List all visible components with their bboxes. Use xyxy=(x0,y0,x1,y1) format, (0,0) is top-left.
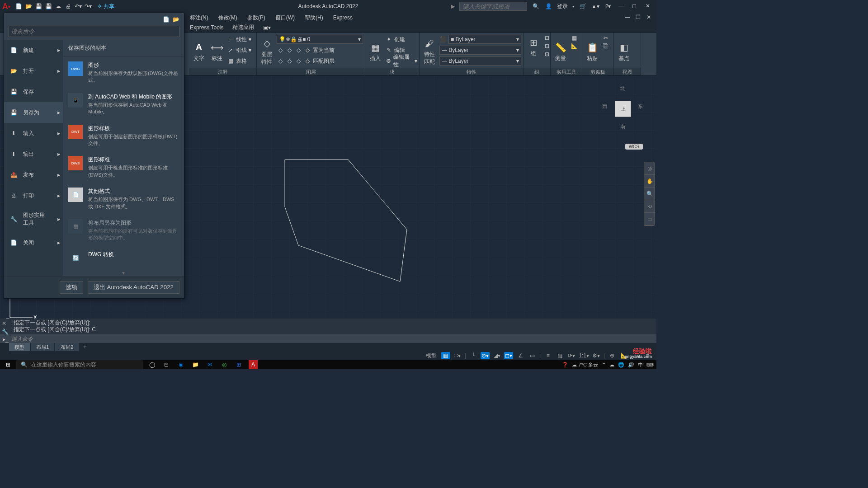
panel-block[interactable]: 块 xyxy=(365,68,419,75)
options-button[interactable]: 选项 xyxy=(60,281,83,294)
panel-properties[interactable]: 特性 xyxy=(420,68,523,75)
minimize-button[interactable]: — xyxy=(618,3,626,10)
tray-ime[interactable]: 中 xyxy=(638,361,643,368)
menu-print[interactable]: 🖨打印▶ xyxy=(4,185,63,206)
wcs-badge[interactable]: WCS xyxy=(625,144,643,150)
menu-import[interactable]: ⬇输入▶ xyxy=(4,123,63,144)
status-iso-icon[interactable]: ◢▾ xyxy=(492,352,501,359)
menu-help[interactable]: 帮助(H) xyxy=(305,14,323,22)
layer-tool-icon[interactable]: ◇ xyxy=(304,57,311,65)
tab-express-tools[interactable]: Express Tools xyxy=(190,24,223,31)
status-3dosnap-icon[interactable]: ∠ xyxy=(516,352,525,359)
block-create-button[interactable]: ✦创建 xyxy=(385,34,417,44)
util-icon[interactable]: ▦ xyxy=(571,34,578,42)
tab-model[interactable]: 模型 xyxy=(9,343,30,352)
tray-volume-icon[interactable]: 🔊 xyxy=(628,362,634,368)
panel-utilities[interactable]: 实用工具 xyxy=(551,68,582,75)
viewcube[interactable]: 北 西 东 南 上 xyxy=(602,85,643,139)
status-cycle-icon[interactable]: ⟳▾ xyxy=(567,352,576,359)
autodesk-icon[interactable]: ▲▾ xyxy=(591,2,599,10)
menu-window[interactable]: 窗口(W) xyxy=(275,14,295,22)
layer-tool-icon[interactable]: ◇ xyxy=(277,47,284,54)
menu-dimension[interactable]: 标注(N) xyxy=(190,14,208,22)
tab-layout1[interactable]: 布局1 xyxy=(31,343,54,352)
match-layer-button[interactable]: 匹配图层 xyxy=(313,57,335,65)
status-model[interactable]: 模型 xyxy=(424,352,439,359)
group-tool-icon[interactable]: ⊡ xyxy=(543,34,551,42)
cmd-close-icon[interactable]: ✕ xyxy=(2,320,9,327)
menu-modify[interactable]: 修改(M) xyxy=(218,14,237,22)
panel-clipboard[interactable]: 剪贴板 xyxy=(582,68,613,75)
doc-close-button[interactable]: ✕ xyxy=(646,14,654,21)
nav-show-icon[interactable]: ▭ xyxy=(644,213,655,225)
new-icon[interactable]: 📄 xyxy=(14,2,23,10)
cmd-input[interactable]: 键入命令 xyxy=(11,335,654,343)
share-link[interactable]: ✈ 共享 xyxy=(98,3,114,10)
leader-button[interactable]: ↗引线 ▾ xyxy=(227,45,251,55)
tab-add-button[interactable]: + xyxy=(80,343,90,351)
layer-dropdown[interactable]: 💡❄🔒🖨■ 0▾ xyxy=(277,35,363,44)
doc-restore-button[interactable]: ❐ xyxy=(636,14,643,21)
menu-search-input[interactable] xyxy=(9,26,179,37)
cmd-settings-icon[interactable]: 🔧 xyxy=(2,328,9,335)
measure-button[interactable]: 📏测量 xyxy=(552,34,569,68)
nav-pan-icon[interactable]: ✋ xyxy=(644,175,655,188)
undo-icon[interactable]: ↶▾ xyxy=(74,2,82,10)
start-button[interactable]: ⊞ xyxy=(0,360,16,369)
help-search-input[interactable] xyxy=(459,2,527,11)
status-osnap-icon[interactable]: ◻▾ xyxy=(504,352,513,359)
copy-icon[interactable]: ⿻ xyxy=(602,42,609,50)
insert-button[interactable]: ▦插入 xyxy=(367,34,383,68)
layer-tool-icon[interactable]: ◇ xyxy=(295,47,302,54)
tray-chevron-icon[interactable]: ⌃ xyxy=(602,362,606,368)
app-icon[interactable]: ◎ xyxy=(220,360,229,369)
status-scale[interactable]: 1:1 ▾ xyxy=(579,352,589,359)
status-lineweight-icon[interactable]: ≡ xyxy=(543,352,552,359)
set-current-button[interactable]: 置为当前 xyxy=(313,47,335,54)
status-ortho-icon[interactable]: └ xyxy=(469,352,478,359)
layer-tool-icon[interactable]: ◇ xyxy=(295,57,302,65)
taskbar-search[interactable]: 🔍 在这里输入你要搜索的内容 xyxy=(16,360,143,369)
match-props-button[interactable]: 🖌特性 匹配 xyxy=(421,34,438,68)
util-icon[interactable]: 📐 xyxy=(571,42,578,50)
tray-network-icon[interactable]: 🌐 xyxy=(618,362,624,368)
menu-save[interactable]: 💾保存 xyxy=(4,81,63,102)
maximize-button[interactable]: ◻ xyxy=(632,3,639,10)
mail-icon[interactable]: ✉ xyxy=(205,360,214,369)
group-button[interactable]: ⊞组 xyxy=(525,34,542,58)
submenu-convert[interactable]: 🔄 DWG 转换 xyxy=(63,246,184,270)
nav-orbit-icon[interactable]: ⟲ xyxy=(644,200,655,213)
tab-featured-apps[interactable]: 精选应用 xyxy=(232,23,254,31)
nav-wheel-icon[interactable]: ◎ xyxy=(644,162,655,175)
exit-button[interactable]: 退出 Autodesk AutoCAD 2022 xyxy=(88,281,179,294)
tab-expand-icon[interactable]: ▣▾ xyxy=(263,24,271,31)
paste-button[interactable]: 📋粘贴 xyxy=(584,34,600,68)
submenu-dwg[interactable]: DWG 图形将当前图形保存为默认图形(DWG)文件格式。 xyxy=(63,57,184,89)
saveas-icon[interactable]: 💾 xyxy=(44,2,52,10)
web-save-icon[interactable]: ☁ xyxy=(54,2,62,10)
submenu-other[interactable]: 📄 其他格式将当前图形保存为 DWG、DWT、DWS 或 DXF 文件格式。 xyxy=(63,183,184,215)
close-button[interactable]: ✕ xyxy=(646,3,653,10)
block-edit-attr-button[interactable]: ⚙编辑属性 ▾ xyxy=(385,56,417,66)
status-otrack-icon[interactable]: ▭ xyxy=(528,352,537,359)
status-transparency-icon[interactable]: ▨ xyxy=(555,352,564,359)
help-icon[interactable]: ?▾ xyxy=(604,2,612,10)
layer-props-button[interactable]: ◇图层 特性 xyxy=(259,34,275,68)
taskbar-help-icon[interactable]: ❓ xyxy=(562,362,568,368)
layer-tool-icon[interactable]: ◇ xyxy=(304,47,311,54)
group-tool-icon[interactable]: ⊡ xyxy=(543,51,551,58)
submenu-dws[interactable]: DWS 图形标准创建可用于检查图形标准的图形标准(DWS)文件。 xyxy=(63,151,184,183)
edge-icon[interactable]: ◉ xyxy=(176,360,185,369)
menu-saveas[interactable]: 💾另存为▶ xyxy=(4,102,63,123)
task-view-icon[interactable]: ◯ xyxy=(147,360,156,369)
tab-layout2[interactable]: 布局2 xyxy=(55,343,79,352)
tray-ime-icon[interactable]: ⌨ xyxy=(646,362,654,368)
save-icon[interactable]: 💾 xyxy=(34,2,42,10)
lineweight-dropdown[interactable]: — ByLayer▾ xyxy=(439,46,521,55)
menu-publish[interactable]: 📤发布▶ xyxy=(4,164,63,185)
color-dropdown[interactable]: ■ ByLayer▾ xyxy=(448,35,521,44)
text-button[interactable]: A文字 xyxy=(191,34,207,68)
layer-tool-icon[interactable]: ◇ xyxy=(277,57,284,65)
panel-view[interactable]: 视图 xyxy=(614,68,641,75)
layer-tool-icon[interactable]: ◇ xyxy=(286,47,293,54)
